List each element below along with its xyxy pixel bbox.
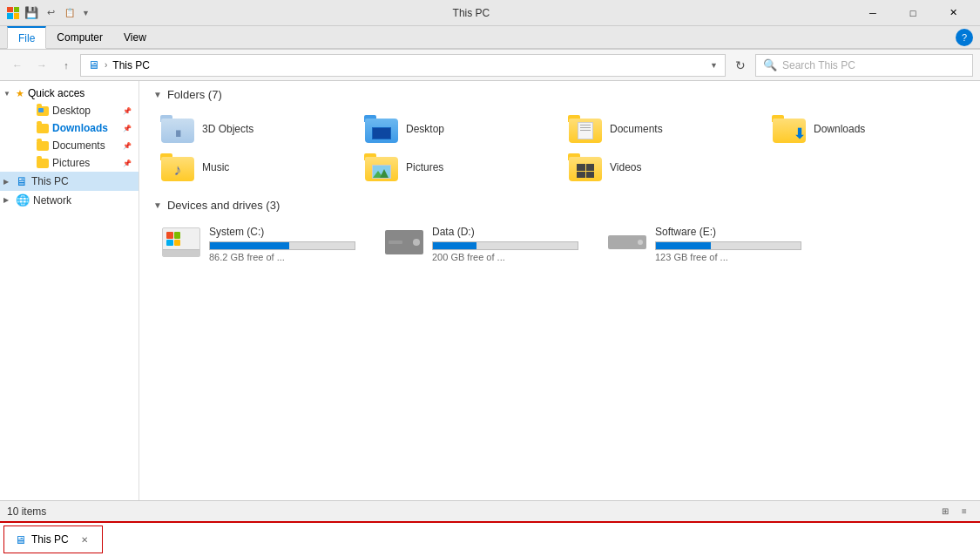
devices-chevron-icon: ▼ — [153, 200, 162, 210]
help-button[interactable]: ? — [956, 29, 973, 46]
sidebar-network-label: Network — [33, 194, 71, 207]
folder-item-documents[interactable]: Documents — [561, 112, 761, 146]
folder-item-desktop[interactable]: Desktop — [357, 112, 558, 146]
list-view-button[interactable]: ≡ — [956, 503, 973, 520]
forward-button[interactable]: → — [31, 55, 52, 76]
sidebar-pictures-label: Pictures — [52, 157, 90, 169]
folder-item-3d-objects[interactable]: ∎ 3D Objects — [153, 112, 354, 146]
data-drive-icon — [383, 226, 425, 259]
sidebar-item-desktop[interactable]: Desktop 📌 — [0, 102, 139, 119]
system-drive-name: System (C:) — [209, 226, 355, 238]
status-items: 10 items — [7, 505, 46, 518]
folder-item-pictures[interactable]: Pictures — [357, 150, 558, 185]
sidebar-item-documents[interactable]: Documents 📌 — [0, 137, 139, 154]
tab-computer[interactable]: Computer — [46, 26, 113, 49]
save-icon[interactable]: 💾 — [24, 6, 38, 20]
star-icon: ★ — [16, 88, 24, 99]
folders-section-label: Folders (7) — [167, 88, 222, 101]
maximize-button[interactable]: □ — [893, 0, 933, 26]
folder-icon-desktop — [364, 115, 399, 143]
address-input[interactable]: 🖥 › This PC ▼ — [80, 54, 726, 77]
chevron-right-network-icon: ▶ — [3, 196, 12, 204]
back-button[interactable]: ← — [7, 55, 28, 76]
documents-folder-icon — [37, 141, 49, 151]
folder-name-downloads: Downloads — [814, 123, 865, 135]
folders-chevron-icon: ▼ — [153, 90, 162, 99]
software-drive-icon — [606, 226, 648, 259]
folders-grid: ∎ 3D Objects Desktop — [153, 112, 966, 185]
sidebar-quick-access[interactable]: ▼ ★ Quick acces — [0, 85, 139, 102]
undo-icon[interactable]: ↩ — [44, 6, 57, 20]
devices-section-header[interactable]: ▼ Devices and drives (3) — [153, 199, 966, 212]
folder-icon — [37, 106, 49, 116]
sidebar-this-pc[interactable]: ▶ 🖥 This PC — [0, 172, 139, 191]
search-icon: 🔍 — [763, 58, 777, 71]
software-drive-bar — [655, 241, 801, 250]
sidebar-item-downloads[interactable]: Downloads 📌 — [0, 119, 139, 137]
title-dropdown[interactable]: ▼ — [82, 9, 90, 17]
large-icons-view-button[interactable]: ⊞ — [936, 503, 954, 520]
download-folder-icon — [37, 124, 49, 133]
search-placeholder: Search This PC — [782, 59, 855, 71]
system-drive-icon — [160, 226, 202, 259]
sidebar-downloads-label: Downloads — [52, 122, 108, 134]
title-bar: 💾 ↩ 📋 ▼ This PC ─ □ ✕ — [0, 0, 980, 26]
system-drive-free: 86.2 GB free of ... — [209, 252, 355, 262]
folder-name-music: Music — [202, 161, 229, 173]
drive-item-software[interactable]: Software (E:) 123 GB free of ... — [599, 222, 808, 266]
folder-item-downloads[interactable]: ⬇ Downloads — [765, 112, 965, 146]
folder-icon-videos — [568, 153, 603, 181]
taskbar-this-pc[interactable]: 🖥 This PC ✕ — [3, 525, 103, 553]
taskbar-close-button[interactable]: ✕ — [78, 532, 91, 546]
data-drive-name: Data (D:) — [432, 226, 578, 238]
sidebar: ▼ ★ Quick acces Desktop 📌 Downloads 📌 Do… — [0, 81, 139, 500]
status-bar: 10 items ⊞ ≡ — [0, 500, 980, 521]
folder-item-music[interactable]: ♪ Music — [153, 150, 354, 185]
minimize-button[interactable]: ─ — [853, 0, 893, 26]
folder-item-videos[interactable]: Videos — [561, 150, 761, 185]
ribbon-tabs: File Computer View ? — [0, 26, 980, 49]
window-controls: ─ □ ✕ — [853, 0, 973, 26]
sidebar-item-pictures[interactable]: Pictures 📌 — [0, 154, 139, 172]
data-drive-fill — [433, 242, 476, 249]
search-box[interactable]: 🔍 Search This PC — [755, 54, 973, 77]
close-button[interactable]: ✕ — [933, 0, 973, 26]
data-drive-bar — [432, 241, 578, 250]
system-drive-info: System (C:) 86.2 GB free of ... — [209, 226, 355, 262]
software-drive-fill — [656, 242, 711, 249]
folder-name-pictures: Pictures — [406, 161, 443, 173]
sidebar-network[interactable]: ▶ 🌐 Network — [0, 191, 139, 209]
properties-icon[interactable]: 📋 — [63, 6, 77, 20]
sidebar-documents-label: Documents — [52, 139, 105, 152]
tab-view[interactable]: View — [113, 26, 157, 49]
drive-item-system[interactable]: System (C:) 86.2 GB free of ... — [153, 222, 362, 266]
address-separator: › — [105, 60, 107, 70]
folders-section-header[interactable]: ▼ Folders (7) — [153, 88, 966, 101]
ribbon: File Computer View ? — [0, 26, 980, 50]
folder-name-videos: Videos — [610, 161, 641, 173]
system-drive-bar — [209, 241, 355, 250]
address-dropdown-icon[interactable]: ▼ — [710, 61, 718, 70]
up-button[interactable]: ↑ — [56, 55, 77, 76]
tab-file[interactable]: File — [7, 26, 46, 49]
main-layout: ▼ ★ Quick acces Desktop 📌 Downloads 📌 Do… — [0, 81, 980, 500]
sidebar-quick-access-label: Quick acces — [28, 87, 84, 99]
pc-icon: 🖥 — [16, 174, 28, 188]
refresh-button[interactable]: ↻ — [729, 54, 752, 77]
pin-icon-docs: 📌 — [123, 142, 132, 150]
software-drive-name: Software (E:) — [655, 226, 801, 238]
drives-grid: System (C:) 86.2 GB free of ... Data (D — [153, 222, 966, 266]
drive-item-data[interactable]: Data (D:) 200 GB free of ... — [376, 222, 585, 266]
software-drive-info: Software (E:) 123 GB free of ... — [655, 226, 801, 262]
sidebar-desktop-label: Desktop — [52, 105, 91, 117]
address-bar: ← → ↑ 🖥 › This PC ▼ ↻ 🔍 Search This PC — [0, 50, 980, 81]
pin-icon-dl: 📌 — [123, 125, 132, 132]
taskbar: 🖥 This PC ✕ — [0, 521, 980, 556]
network-icon: 🌐 — [16, 193, 30, 207]
address-path: This PC — [112, 59, 150, 71]
title-bar-icons: 💾 ↩ 📋 ▼ — [7, 6, 90, 20]
folder-name-documents: Documents — [610, 123, 663, 135]
windows-logo — [7, 7, 19, 19]
chevron-right-icon: ▶ — [3, 178, 12, 186]
chevron-down-icon: ▼ — [3, 90, 12, 98]
